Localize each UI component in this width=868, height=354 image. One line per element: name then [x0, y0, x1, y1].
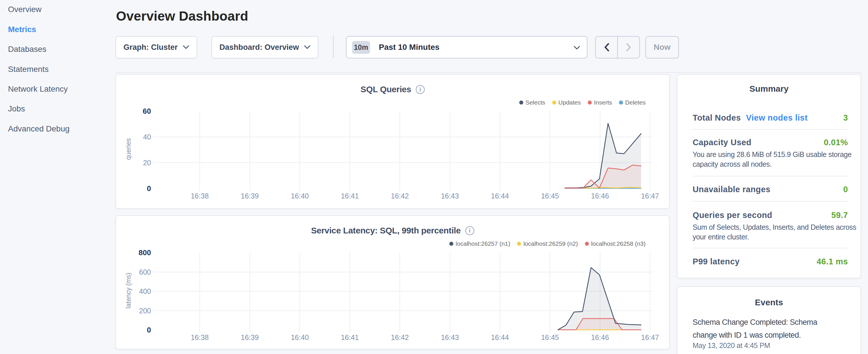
- legend-label: Selects: [526, 99, 545, 106]
- summary-row-value: 0: [843, 184, 848, 195]
- x-tick-label: 16:39: [233, 333, 267, 342]
- x-tick-label: 16:40: [283, 333, 317, 342]
- x-tick-label: 16:46: [583, 333, 617, 342]
- summary-row-label: Queries per second: [693, 210, 772, 221]
- legend-item: localhost:26257 (n1): [449, 240, 510, 247]
- x-tick-label: 16:43: [433, 192, 467, 200]
- legend-dot: [552, 100, 556, 104]
- x-tick-label: 16:43: [433, 333, 467, 342]
- time-range-badge: 10m: [352, 41, 370, 54]
- sidebar-item-statements[interactable]: Statements: [8, 59, 70, 79]
- time-back-button[interactable]: [596, 37, 618, 58]
- y-tick-label: 0: [116, 325, 151, 334]
- summary-row-label: Total Nodes: [693, 112, 741, 123]
- toolbar-divider: [333, 36, 334, 58]
- summary-row-value: 59.7: [831, 210, 848, 221]
- summary-divider: [693, 176, 848, 176]
- sql-queries-chart-card: SQL Queries i SelectsUpdatesInsertsDelet…: [116, 74, 670, 209]
- dashboard-dropdown[interactable]: Dashboard: Overview: [212, 36, 318, 58]
- y-tick-label: 400: [116, 287, 151, 296]
- summary-row-value: 3: [843, 112, 848, 123]
- summary-row-description: You are using 28.6 MiB of 515.9 GiB usab…: [693, 150, 848, 169]
- page: Overview Metrics Databases Statements Ne…: [0, 0, 868, 354]
- summary-row-value: 46.1 ms: [817, 256, 848, 267]
- legend-label: localhost:26259 (n2): [523, 240, 578, 247]
- x-tick-label: 16:47: [633, 333, 667, 342]
- time-range-label: Past 10 Minutes: [379, 43, 440, 52]
- legend-label: Inserts: [594, 99, 612, 106]
- legend-item: localhost:26258 (n3): [585, 240, 646, 247]
- sidebar-item-metrics[interactable]: Metrics: [8, 20, 70, 39]
- legend-dot: [619, 100, 623, 104]
- summary-divider: [693, 129, 848, 130]
- y-tick-label: 0: [116, 184, 151, 193]
- now-button[interactable]: Now: [645, 36, 679, 58]
- legend-dot: [588, 100, 592, 104]
- graph-dropdown-label: Graph: Cluster: [124, 43, 178, 52]
- legend-label: Deletes: [625, 99, 646, 106]
- sidebar: Overview Metrics Databases Statements Ne…: [8, 0, 70, 139]
- x-tick-label: 16:42: [382, 333, 417, 342]
- time-range-selector[interactable]: 10m Past 10 Minutes: [346, 36, 587, 58]
- dashboard-dropdown-label: Dashboard: Overview: [219, 43, 299, 52]
- legend-dot: [449, 242, 453, 246]
- chart-legend: localhost:26257 (n1)localhost:26259 (n2)…: [449, 240, 646, 248]
- legend-dot: [519, 100, 523, 104]
- summary-divider: [693, 201, 848, 202]
- info-icon[interactable]: i: [465, 226, 474, 235]
- sidebar-item-jobs[interactable]: Jobs: [8, 99, 70, 119]
- summary-row-label: Capacity Used: [693, 137, 751, 148]
- sidebar-item-databases[interactable]: Databases: [8, 39, 70, 59]
- summary-panel: Summary Total Nodes View nodes list 3 Ca…: [677, 74, 861, 279]
- events-heading: Events: [677, 297, 861, 307]
- legend-item: Selects: [519, 99, 545, 106]
- x-tick-label: 16:46: [583, 192, 617, 200]
- y-axis-unit-label: queries: [125, 115, 132, 184]
- chevron-down-icon: [183, 45, 189, 49]
- graph-dropdown[interactable]: Graph: Cluster: [116, 36, 197, 58]
- info-icon[interactable]: i: [416, 85, 425, 94]
- chevron-down-icon: [574, 46, 580, 50]
- x-tick-label: 16:38: [183, 192, 217, 200]
- x-tick-label: 16:42: [382, 192, 417, 200]
- summary-row-label: P99 latency: [693, 256, 740, 267]
- legend-item: localhost:26259 (n2): [517, 240, 578, 247]
- summary-divider: [693, 248, 848, 248]
- service-latency-chart-card: Service Latency: SQL, 99th percentile i …: [116, 215, 670, 349]
- sidebar-item-overview[interactable]: Overview: [8, 0, 70, 20]
- time-forward-button[interactable]: [618, 37, 639, 58]
- sidebar-item-network-latency[interactable]: Network Latency: [8, 79, 70, 99]
- legend-item: Updates: [552, 99, 581, 106]
- summary-row-description: Sum of Selects, Updates, Inserts, and De…: [693, 222, 848, 242]
- legend-label: localhost:26257 (n1): [456, 240, 510, 247]
- legend-dot: [585, 242, 589, 246]
- sidebar-item-advanced-debug[interactable]: Advanced Debug: [8, 119, 70, 139]
- event-text: Schema Change Completed: Schema change w…: [693, 316, 851, 342]
- events-panel: Events Schema Change Completed: Schema c…: [677, 286, 861, 354]
- summary-row-value: 0.01%: [824, 137, 848, 148]
- summary-heading: Summary: [677, 84, 861, 94]
- legend-item: Inserts: [588, 99, 612, 106]
- x-tick-label: 16:40: [283, 192, 317, 200]
- y-tick-label: 800: [116, 248, 151, 257]
- event-timestamp: May 13, 2020 at 4:45 PM: [693, 342, 770, 350]
- chevron-down-icon: [304, 45, 310, 49]
- time-step-buttons: [595, 36, 640, 58]
- x-tick-label: 16:41: [333, 192, 367, 200]
- chevron-right-icon: [626, 43, 631, 52]
- x-tick-label: 16:41: [333, 333, 367, 342]
- view-nodes-list-link[interactable]: View nodes list: [746, 112, 808, 123]
- y-tick-label: 60: [116, 106, 151, 116]
- x-tick-label: 16:44: [483, 192, 517, 200]
- legend-label: Updates: [559, 99, 581, 106]
- chart-title: SQL Queries: [361, 85, 411, 94]
- chart-legend: SelectsUpdatesInsertsDeletes: [519, 99, 646, 106]
- y-tick-label: 200: [116, 306, 151, 315]
- legend-dot: [517, 242, 521, 246]
- y-tick-label: 600: [116, 267, 151, 277]
- x-tick-label: 16:45: [533, 333, 567, 342]
- legend-item: Deletes: [619, 99, 646, 106]
- x-tick-label: 16:45: [533, 192, 567, 200]
- legend-label: localhost:26258 (n3): [591, 240, 646, 247]
- summary-row-label: Unavailable ranges: [693, 184, 771, 195]
